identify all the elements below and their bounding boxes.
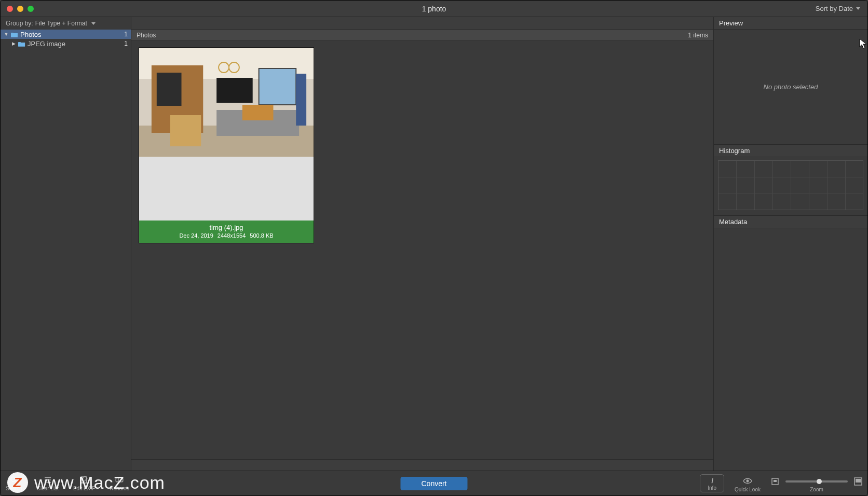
tool-label: Edit EXIF	[73, 486, 95, 491]
tool-label: Zoom	[810, 487, 823, 492]
svg-rect-26	[774, 480, 777, 482]
right-tool-group: i Info Quick Look Zoom	[700, 474, 862, 492]
chevron-down-icon	[91, 22, 96, 25]
sort-by-label: Sort by Date	[816, 5, 853, 12]
window-controls	[1, 6, 34, 12]
preview-empty-state: No photo selected	[714, 30, 867, 145]
svg-text:i: i	[711, 477, 713, 485]
clear-list-tool[interactable]: Clear List	[37, 475, 59, 491]
convert-button[interactable]: Convert	[400, 477, 467, 490]
zoom-slider[interactable]	[785, 480, 848, 483]
svg-rect-4	[157, 73, 182, 106]
thumbnail-date: Dec 24, 2019	[179, 232, 213, 239]
zoom-control: Zoom	[771, 477, 862, 492]
content-footer	[131, 459, 713, 471]
svg-point-14	[11, 477, 16, 481]
tool-label: Rename	[110, 486, 129, 491]
main-body: Group by: File Type + Format ▼ Photos 1 …	[1, 17, 867, 471]
thumbnail-dimensions: 2448x1554	[218, 232, 246, 239]
thumbnail-grid[interactable]: timg (4).jpg Dec 24, 2019 2448x1554 500.…	[131, 41, 713, 459]
minimize-button[interactable]	[17, 6, 23, 12]
photo-thumbnail[interactable]: timg (4).jpg Dec 24, 2019 2448x1554 500.…	[139, 47, 314, 243]
rename-icon	[114, 475, 125, 485]
tree-row-label: JPEG image	[28, 40, 124, 48]
titlebar: 1 photo Sort by Date	[1, 1, 867, 17]
edit-exif-tool[interactable]: Edit EXIF	[73, 475, 95, 491]
folder-tree: ▼ Photos 1 ▶ JPEG image 1	[1, 30, 131, 471]
slider-knob[interactable]	[817, 479, 822, 484]
svg-point-24	[747, 480, 749, 483]
svg-rect-12	[170, 115, 201, 146]
bottom-toolbar: Search Clear List Edit EXIF Rename Conve…	[1, 471, 867, 495]
metadata-panel-title: Metadata	[714, 216, 867, 228]
tree-row-label: Photos	[20, 31, 124, 38]
histogram-panel-title: Histogram	[714, 145, 867, 157]
search-icon	[8, 475, 20, 485]
list-icon	[42, 475, 53, 485]
inspector: Preview No photo selected Histogram Meta…	[714, 17, 867, 471]
close-button[interactable]	[7, 6, 13, 12]
tool-label: Search	[6, 486, 22, 491]
window-title: 1 photo	[422, 5, 446, 13]
content-header	[131, 17, 713, 30]
tree-row-jpeg[interactable]: ▶ JPEG image 1	[1, 39, 131, 48]
svg-rect-20	[116, 478, 123, 482]
svg-rect-5	[216, 78, 253, 103]
left-tool-group: Search Clear List Edit EXIF Rename	[6, 475, 129, 491]
tree-row-count: 1	[124, 40, 128, 47]
sidebar: Group by: File Type + Format ▼ Photos 1 …	[1, 17, 131, 471]
folder-icon	[11, 32, 18, 37]
disclosure-triangle-icon[interactable]: ▼	[4, 32, 9, 37]
section-item-count: 1 items	[688, 32, 708, 39]
thumbnail-filename: timg (4).jpg	[141, 224, 311, 231]
quick-look-tool[interactable]: Quick Look	[735, 476, 761, 492]
zoom-small-icon[interactable]	[771, 477, 779, 486]
svg-rect-6	[259, 68, 296, 105]
info-tool[interactable]: i Info	[700, 474, 724, 492]
svg-rect-28	[856, 479, 861, 483]
tool-label: Quick Look	[735, 487, 761, 492]
chevron-down-icon	[856, 7, 860, 10]
eye-icon	[742, 476, 753, 486]
thumbnail-padding	[139, 157, 314, 221]
zoom-button[interactable]	[28, 6, 34, 12]
info-icon: i	[708, 477, 716, 485]
group-by-dropdown[interactable]: Group by: File Type + Format	[1, 17, 131, 30]
tree-row-count: 1	[124, 31, 128, 38]
histogram-grid	[718, 160, 863, 210]
photo-image	[139, 48, 314, 157]
folder-icon	[18, 41, 25, 47]
tool-label: Clear List	[37, 486, 59, 491]
content-area: Photos 1 items	[131, 17, 714, 471]
preview-panel-title: Preview	[714, 17, 867, 30]
zoom-large-icon[interactable]	[854, 477, 862, 486]
disclosure-triangle-icon[interactable]: ▶	[11, 41, 16, 46]
app-window: 1 photo Sort by Date Group by: File Type…	[0, 0, 868, 496]
svg-rect-13	[296, 74, 306, 126]
group-by-value: File Type + Format	[35, 20, 87, 27]
tool-label: Info	[708, 485, 716, 491]
histogram-panel	[714, 157, 867, 216]
section-header: Photos 1 items	[131, 30, 713, 41]
thumbnail-caption: timg (4).jpg Dec 24, 2019 2448x1554 500.…	[139, 221, 314, 243]
svg-line-15	[15, 481, 18, 484]
search-tool[interactable]: Search	[6, 475, 22, 491]
tree-row-photos[interactable]: ▼ Photos 1	[1, 30, 131, 39]
sort-by-dropdown[interactable]: Sort by Date	[816, 5, 867, 12]
thumbnail-filesize: 500.8 KB	[250, 232, 273, 239]
edit-icon	[78, 475, 90, 485]
group-by-prefix: Group by:	[6, 20, 33, 27]
svg-rect-9	[242, 105, 274, 120]
section-label: Photos	[137, 32, 156, 39]
rename-tool[interactable]: Rename	[110, 475, 129, 491]
metadata-panel	[714, 228, 867, 471]
